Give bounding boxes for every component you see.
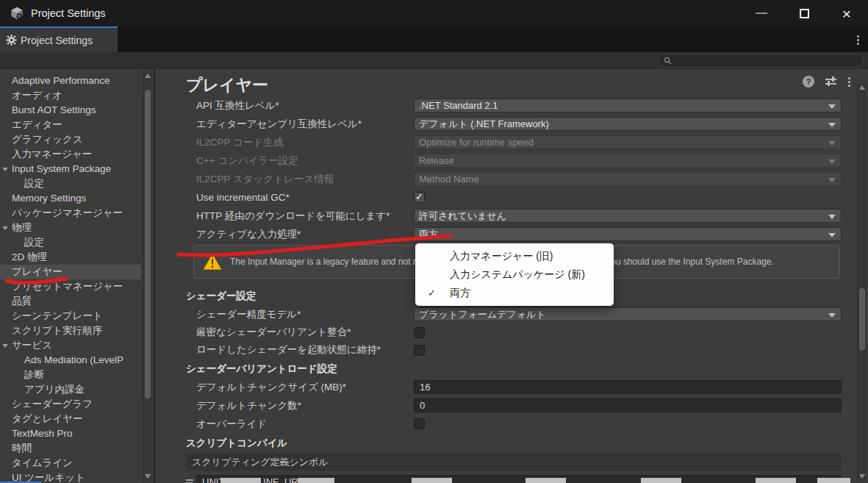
sidebar-item-input-manager[interactable]: 入力マネージャー bbox=[0, 147, 141, 162]
section-script-compilation: スクリプトコンパイル bbox=[186, 433, 842, 452]
scroll-down-icon[interactable] bbox=[145, 474, 151, 479]
setting-label: IL2CPP スタックトレース情報 bbox=[186, 173, 414, 186]
active-input-handling-menu: 入力マネージャー (旧) 入力システムパッケージ (新) ✓ 両方 bbox=[415, 243, 614, 306]
scroll-up-icon[interactable] bbox=[859, 85, 865, 90]
sidebar-item-services[interactable]: サービス bbox=[0, 338, 141, 353]
menu-item-input-system-new[interactable]: 入力システムパッケージ (新) bbox=[415, 265, 614, 284]
setting-row-strict-variant-matching: 厳密なシェーダーバリアント整合* bbox=[186, 323, 842, 341]
strict-variant-matching-checkbox[interactable] bbox=[414, 327, 425, 338]
define-symbol-input[interactable]: UNITY_PIPELINE_URP bbox=[196, 475, 842, 483]
drag-handle-icon[interactable] bbox=[186, 478, 193, 483]
sidebar-item-physics-settings[interactable]: 設定 bbox=[0, 235, 141, 250]
scrollbar-thumb[interactable] bbox=[859, 288, 865, 351]
sidebar-item-memory-settings[interactable]: Memory Settings bbox=[0, 191, 141, 206]
scroll-up-icon[interactable] bbox=[145, 74, 151, 78]
menu-item-input-manager-old[interactable]: 入力マネージャー (旧) bbox=[415, 247, 614, 265]
sidebar-item-scene-template[interactable]: シーンテンプレート bbox=[0, 309, 141, 323]
maximize-icon bbox=[800, 9, 809, 18]
sidebar-item-shader-graph[interactable]: シェーダーグラフ bbox=[0, 397, 141, 412]
sidebar-item-2d-physics[interactable]: 2D 物理 bbox=[0, 250, 141, 265]
scrollbar-thumb[interactable] bbox=[145, 90, 151, 398]
setting-label: エディターアセンブリ互換性レベル* bbox=[186, 118, 414, 131]
sidebar-item-label: Input System Package bbox=[12, 163, 111, 174]
setting-row-override: オーバーライド bbox=[186, 415, 842, 433]
shader-precision-select[interactable]: プラットフォームデフォルト bbox=[414, 307, 842, 321]
sidebar-scrollbar[interactable] bbox=[143, 71, 152, 482]
setting-label: アクティブな入力処理* bbox=[186, 228, 414, 241]
setting-row-il2cpp-codegen: IL2CPP コード生成 Optimize for runtime speed bbox=[186, 133, 842, 151]
sidebar-item-editor[interactable]: エディター bbox=[0, 118, 141, 132]
sidebar-item-burst-aot[interactable]: Burst AOT Settings bbox=[0, 103, 141, 118]
sidebar-item-input-system-settings[interactable]: 設定 bbox=[0, 176, 141, 191]
check-icon: ✓ bbox=[415, 191, 423, 202]
main-scrollbar[interactable] bbox=[857, 82, 867, 482]
foldout-icon[interactable] bbox=[2, 226, 8, 230]
setting-row-incremental-gc: Use incremental GC* ✓ bbox=[186, 188, 842, 207]
sidebar-item-diagnostics[interactable]: 診断 bbox=[0, 368, 141, 382]
define-symbol-row: UNITY_PIPELINE_URP bbox=[186, 474, 842, 483]
active-input-handling-select[interactable]: 両方 bbox=[414, 227, 842, 241]
setting-row-default-chunk-size: デフォルトチャンクサイズ (MB)* 16 bbox=[186, 378, 842, 396]
sidebar-item-adaptive-performance[interactable]: Adaptive Performance bbox=[0, 74, 141, 88]
settings-category-sidebar: Adaptive Performance オーディオ Burst AOT Set… bbox=[0, 69, 154, 483]
sidebar-item-time[interactable]: 時間 bbox=[0, 441, 141, 456]
sidebar-item-preset-manager[interactable]: プリセットマネージャー bbox=[0, 279, 141, 294]
sidebar-item-in-app-purchasing[interactable]: アプリ内課金 bbox=[0, 382, 141, 397]
search-input[interactable] bbox=[658, 54, 864, 68]
keep-loaded-shaders-checkbox[interactable] bbox=[414, 345, 425, 356]
minimize-icon bbox=[756, 12, 767, 14]
cutoff-element bbox=[817, 478, 850, 483]
sidebar-item-ads-mediation[interactable]: Ads Mediation (LevelP bbox=[0, 353, 141, 368]
cutoff-element bbox=[756, 478, 796, 483]
toolbar bbox=[0, 52, 868, 69]
setting-row-default-chunk-count: デフォルトチャンク数* 0 bbox=[186, 396, 842, 415]
sidebar-item-graphics[interactable]: グラフィックス bbox=[0, 132, 141, 147]
menu-item-both[interactable]: ✓ 両方 bbox=[415, 284, 614, 302]
sidebar-item-script-execution-order[interactable]: スクリプト実行順序 bbox=[0, 323, 141, 338]
section-shader-variant-loading: シェーダーバリアントロード設定 bbox=[186, 359, 842, 378]
sidebar-item-input-system-package[interactable]: Input System Package bbox=[0, 162, 141, 176]
help-icon[interactable]: ? bbox=[803, 76, 814, 87]
incremental-gc-checkbox[interactable]: ✓ bbox=[414, 192, 425, 203]
tab-bar: Project Settings bbox=[0, 26, 868, 52]
foldout-icon[interactable] bbox=[2, 168, 8, 171]
setting-row-http-downloads: HTTP 経由のダウンロードを可能にします* 許可されていません bbox=[186, 207, 842, 225]
override-checkbox[interactable] bbox=[414, 418, 425, 429]
http-downloads-select[interactable]: 許可されていません bbox=[414, 209, 842, 223]
search-icon bbox=[664, 57, 672, 65]
sidebar-item-textmesh-pro[interactable]: TextMesh Pro bbox=[0, 426, 141, 441]
cutoff-element bbox=[526, 478, 566, 483]
default-chunk-count-input[interactable]: 0 bbox=[414, 398, 842, 412]
editor-assemblies-select[interactable]: デフォルト (.NET Framework) bbox=[414, 117, 842, 131]
close-button[interactable]: × bbox=[825, 0, 868, 26]
minimize-button[interactable] bbox=[740, 0, 783, 26]
il2cpp-stacktrace-select: Method Name bbox=[414, 172, 842, 186]
sidebar-item-quality[interactable]: 品質 bbox=[0, 294, 141, 309]
api-compatibility-select[interactable]: .NET Standard 2.1 bbox=[414, 99, 842, 112]
setting-label: デフォルトチャンクサイズ (MB)* bbox=[186, 381, 414, 394]
tab-more-icon[interactable] bbox=[857, 34, 859, 46]
default-chunk-size-input[interactable]: 16 bbox=[414, 380, 842, 394]
sidebar-item-audio[interactable]: オーディオ bbox=[0, 88, 141, 103]
setting-label: 厳密なシェーダーバリアント整合* bbox=[186, 326, 414, 339]
scroll-down-icon[interactable] bbox=[859, 474, 865, 479]
preset-icon[interactable] bbox=[825, 76, 837, 87]
scripting-define-symbols-header: スクリプティング定義シンボル bbox=[186, 454, 842, 471]
tab-project-settings[interactable]: Project Settings bbox=[0, 26, 118, 52]
sidebar-item-physics[interactable]: 物理 bbox=[0, 221, 141, 235]
title-bar: 6 Project Settings × bbox=[0, 0, 868, 26]
setting-label: API 互換性レベル* bbox=[186, 99, 414, 112]
sidebar-item-tags-and-layers[interactable]: タグとレイヤー bbox=[0, 412, 141, 426]
setting-label: オーバーライド bbox=[186, 418, 414, 431]
cutoff-element bbox=[220, 478, 261, 483]
sidebar-item-timeline[interactable]: タイムライン bbox=[0, 456, 141, 471]
check-icon: ✓ bbox=[428, 284, 436, 302]
sidebar-item-label: 物理 bbox=[12, 222, 32, 233]
sidebar-item-player[interactable]: プレイヤー bbox=[0, 265, 141, 279]
foldout-icon[interactable] bbox=[2, 344, 8, 348]
maximize-button[interactable] bbox=[783, 0, 825, 26]
more-icon[interactable] bbox=[848, 76, 850, 87]
gear-icon bbox=[6, 35, 17, 46]
sidebar-item-package-manager[interactable]: パッケージマネージャー bbox=[0, 206, 141, 221]
window-title: Project Settings bbox=[31, 7, 106, 19]
